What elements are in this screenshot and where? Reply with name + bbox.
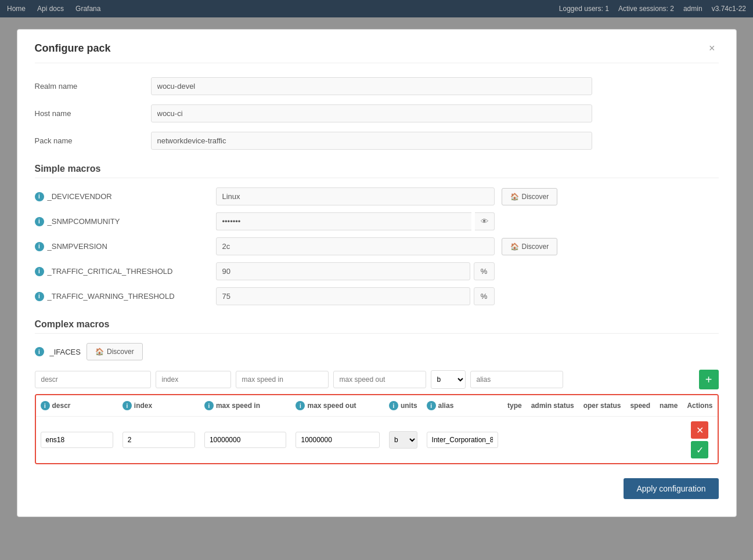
nav-grafana[interactable]: Grafana bbox=[75, 5, 100, 13]
logged-users: Logged users: 1 bbox=[559, 5, 609, 13]
nav-home[interactable]: Home bbox=[7, 5, 26, 13]
topbar-right: Logged users: 1 Active sessions: 2 admin… bbox=[559, 5, 746, 13]
active-sessions: Active sessions: 2 bbox=[618, 5, 674, 13]
admin-user[interactable]: admin bbox=[683, 5, 702, 13]
topbar: Home Api docs Grafana Logged users: 1 Ac… bbox=[0, 0, 753, 17]
version-label: v3.74c1-22 bbox=[712, 5, 746, 13]
nav-api-docs[interactable]: Api docs bbox=[37, 5, 64, 13]
